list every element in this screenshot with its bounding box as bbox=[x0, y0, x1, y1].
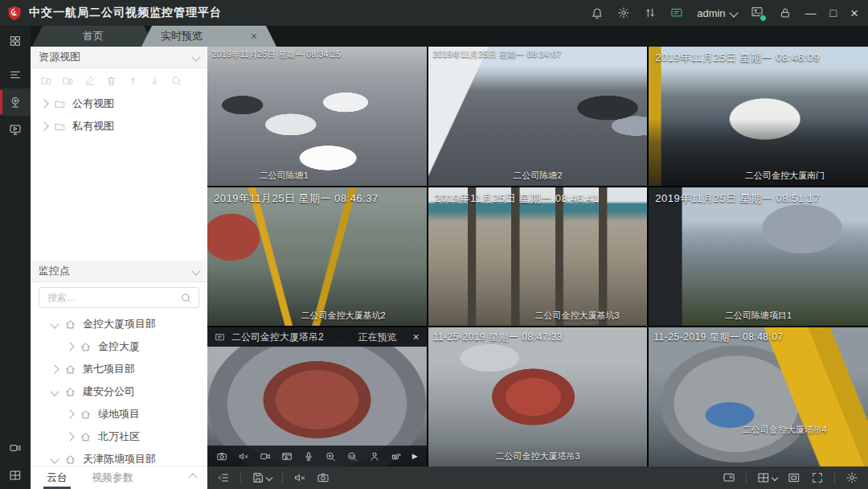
tree-item-greenland-project[interactable]: 绿地项目 bbox=[31, 403, 207, 425]
mute-icon[interactable] bbox=[238, 450, 249, 462]
talk-mic-icon[interactable] bbox=[303, 450, 314, 462]
video-wall-button[interactable] bbox=[0, 434, 31, 462]
settings-gear-icon[interactable] bbox=[617, 6, 630, 19]
close-video-icon[interactable]: × bbox=[412, 331, 419, 343]
monitor-points-tree: 金控大厦项目部 金控大厦 第七项目部 建安分公司 绿地项目 北万社区 bbox=[31, 313, 207, 471]
tab-live-preview[interactable]: 实时预览 × bbox=[141, 26, 276, 47]
snapshot-all-icon[interactable] bbox=[317, 471, 330, 484]
camera-name-label: 二公司金控大厦塔吊2 bbox=[231, 331, 324, 344]
divider bbox=[746, 472, 747, 483]
app-logo-shield-icon bbox=[6, 5, 23, 21]
video-cell-9[interactable]: 11-25-2019 星期一 08:48:07 二公司金控大厦塔吊4 bbox=[649, 327, 868, 466]
tree-item-label: 天津陈塘项目部 bbox=[83, 452, 156, 466]
tree-item-public-views[interactable]: 公有视图 bbox=[31, 92, 207, 115]
tree-item-label: 绿地项目 bbox=[98, 407, 140, 421]
video-timestamp: 2019年11月25日 星期一 08:34:25 bbox=[212, 49, 341, 60]
snapshot-icon[interactable] bbox=[216, 450, 227, 462]
chevron-down-icon bbox=[50, 387, 59, 396]
video-cell-6[interactable]: 2019年11月25日 星期一 08:51:17 二公司陈塘项目1 bbox=[649, 187, 868, 327]
monitor-icon bbox=[215, 332, 225, 343]
tree-item-private-views[interactable]: 私有视图 bbox=[31, 115, 207, 138]
left-panel-bottom-tabs: 云台 视频参数 bbox=[31, 466, 207, 489]
apps-grid-button[interactable] bbox=[0, 27, 31, 55]
tree-item-jinkong-project[interactable]: 金控大厦项目部 bbox=[31, 313, 207, 335]
preset-position-icon[interactable] bbox=[369, 450, 380, 462]
close-button[interactable]: × bbox=[850, 6, 858, 20]
playback-button[interactable] bbox=[0, 116, 31, 143]
chevron-down-icon bbox=[772, 475, 778, 481]
search-input[interactable] bbox=[46, 291, 175, 304]
tree-item-label: 金控大厦项目部 bbox=[83, 317, 156, 331]
edit-icon[interactable] bbox=[84, 75, 96, 87]
tree-item-jinkong-building[interactable]: 金控大厦 bbox=[31, 335, 207, 358]
alarm-bell-icon[interactable] bbox=[591, 6, 604, 19]
tree-item-seventh-project[interactable]: 第七项目部 bbox=[31, 358, 207, 380]
ptz-control-icon[interactable] bbox=[391, 450, 402, 462]
tab-close-icon[interactable]: × bbox=[251, 30, 257, 43]
maximize-button[interactable]: □ bbox=[830, 7, 837, 18]
search-icon[interactable] bbox=[170, 75, 182, 87]
move-up-icon[interactable] bbox=[127, 75, 139, 87]
tree-item-jianan-branch[interactable]: 建安分公司 bbox=[31, 380, 207, 403]
record-icon[interactable] bbox=[260, 450, 271, 462]
video-timestamp: 2019年11月25日 星期一 08:34:07 bbox=[433, 49, 562, 60]
delete-trash-icon[interactable] bbox=[105, 75, 117, 87]
camera-name-label: 二公司陈塘项目1 bbox=[725, 310, 792, 322]
tree-item-label: 金控大厦 bbox=[98, 339, 140, 354]
home-icon bbox=[80, 431, 92, 443]
zoom-in-icon[interactable] bbox=[325, 450, 336, 462]
zoom-3d-icon[interactable] bbox=[346, 450, 358, 462]
more-arrow-icon[interactable]: ▶ bbox=[412, 452, 418, 460]
video-timestamp: 11-25-2019 星期一 08:47:33 bbox=[433, 331, 563, 344]
layout-select-button[interactable] bbox=[757, 471, 777, 484]
tab-home-label: 首页 bbox=[83, 29, 104, 43]
video-cell-4[interactable]: 2019年11月25日 星期一 08:46:37 二公司金控大厦基坑2 bbox=[207, 187, 427, 327]
chevron-right-icon bbox=[65, 342, 74, 351]
search-icon[interactable] bbox=[180, 292, 192, 304]
tab-live-label: 实时预览 bbox=[161, 29, 203, 43]
tab-home[interactable]: 首页 bbox=[32, 26, 154, 47]
chevron-up-icon[interactable] bbox=[188, 473, 197, 482]
avatar[interactable] bbox=[751, 6, 765, 20]
minimize-button[interactable]: — bbox=[805, 7, 817, 18]
panel-spacer bbox=[31, 138, 207, 261]
data-transfer-icon[interactable] bbox=[644, 6, 657, 19]
instant-playback-icon[interactable] bbox=[281, 450, 293, 462]
camera-name-label: 二公司金控大厦塔吊3 bbox=[495, 450, 579, 462]
tree-item-label: 公有视图 bbox=[72, 97, 114, 111]
divider bbox=[240, 472, 241, 483]
chevron-down-icon bbox=[266, 475, 272, 481]
menu-list-button[interactable] bbox=[0, 61, 31, 88]
stop-all-collapse-icon[interactable] bbox=[217, 471, 230, 484]
video-cell-3[interactable]: 2019年11月25日 星期一 08:46:09 二公司金控大厦南门 bbox=[649, 47, 868, 186]
new-group-folder-icon[interactable] bbox=[40, 75, 52, 87]
resource-view-header[interactable]: 资源视图 bbox=[31, 47, 207, 68]
audio-mute-icon[interactable] bbox=[293, 471, 306, 484]
live-view-camera-button[interactable] bbox=[0, 88, 31, 116]
close-all-screens-icon[interactable] bbox=[723, 471, 735, 484]
screen-status-icon[interactable] bbox=[670, 6, 683, 19]
folder-icon bbox=[54, 98, 66, 110]
new-view-folder-icon[interactable] bbox=[62, 75, 74, 87]
monitor-points-header[interactable]: 监控点 bbox=[31, 261, 207, 282]
save-view-button[interactable] bbox=[252, 471, 272, 484]
tab-ptz[interactable]: 云台 bbox=[47, 466, 68, 489]
lock-screen-icon[interactable] bbox=[779, 6, 792, 19]
video-cell-1[interactable]: 2019年11月25日 星期一 08:34:25 二公司陈塘1 bbox=[207, 47, 427, 186]
video-cell-5[interactable]: 2019年11月25日 星期一 08:46:41 二公司金控大厦基坑3 bbox=[428, 187, 648, 327]
add-screen-button[interactable] bbox=[0, 462, 31, 489]
chevron-right-icon bbox=[65, 409, 74, 418]
video-cell-7-selected[interactable]: 二公司金控大厦塔吊2 正在预览 × ▶ bbox=[207, 327, 427, 466]
fullscreen-icon[interactable] bbox=[811, 471, 824, 484]
monitor-points-title: 监控点 bbox=[39, 264, 70, 278]
settings-gear-icon[interactable] bbox=[845, 471, 858, 484]
tree-item-label: 第七项目部 bbox=[83, 362, 135, 376]
video-cell-8[interactable]: 11-25-2019 星期一 08:47:33 二公司金控大厦塔吊3 bbox=[428, 327, 648, 466]
single-screen-icon[interactable] bbox=[788, 471, 800, 484]
video-cell-2[interactable]: 2019年11月25日 星期一 08:34:07 二公司陈塘2 bbox=[428, 47, 648, 186]
tab-video-params[interactable]: 视频参数 bbox=[92, 466, 133, 489]
tree-item-beiwan-community[interactable]: 北万社区 bbox=[31, 425, 207, 448]
move-down-icon[interactable] bbox=[149, 75, 161, 87]
divider bbox=[282, 472, 283, 483]
user-menu[interactable]: admin bbox=[697, 7, 736, 19]
